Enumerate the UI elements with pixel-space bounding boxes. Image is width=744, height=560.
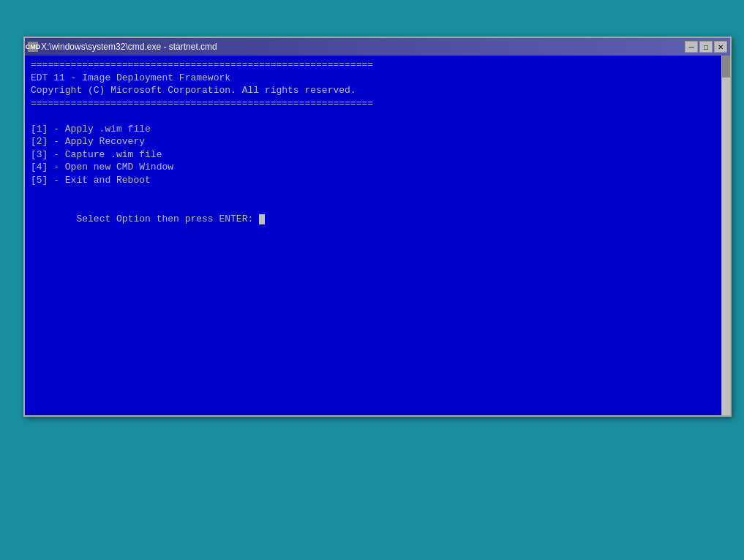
window-title: X:\windows\system32\cmd.exe - startnet.c… [41,42,217,52]
menu-item-3: [3] - Capture .wim file [31,148,724,162]
desktop: CMD X:\windows\system32\cmd.exe - startn… [0,0,744,560]
cmd-window: CMD X:\windows\system32\cmd.exe - startn… [23,37,732,417]
scrollbar[interactable] [721,56,730,415]
close-button[interactable]: ✕ [714,41,727,53]
menu-item-4: [4] - Open new CMD Window [31,161,724,174]
cursor [259,214,265,224]
maximize-button[interactable]: □ [699,41,713,53]
console-body[interactable]: ========================================… [25,56,730,415]
title-bar: CMD X:\windows\system32\cmd.exe - startn… [25,38,730,56]
menu-item-5: [5] - Exit and Reboot [31,174,724,187]
blank-line-2 [31,186,724,200]
prompt-line: Select Option then press ENTER: [31,200,724,238]
separator-top: ========================================… [31,58,724,72]
window-controls: ─ □ ✕ [685,41,727,53]
title-bar-left: CMD X:\windows\system32\cmd.exe - startn… [28,42,217,52]
separator-bottom: ========================================… [31,97,724,110]
cmd-icon: CMD [28,42,38,52]
scrollbar-thumb[interactable] [722,56,730,77]
prompt-text: Select Option then press ENTER: [76,213,259,224]
minimize-button[interactable]: ─ [685,41,698,53]
menu-item-2: [2] - Apply Recovery [31,135,724,148]
console-copyright: Copyright (C) Microsoft Corporation. All… [31,84,724,97]
console-title: EDT 11 - Image Deployment Framework [31,72,724,85]
blank-line-1 [31,110,724,123]
menu-item-1: [1] - Apply .wim file [31,123,724,136]
